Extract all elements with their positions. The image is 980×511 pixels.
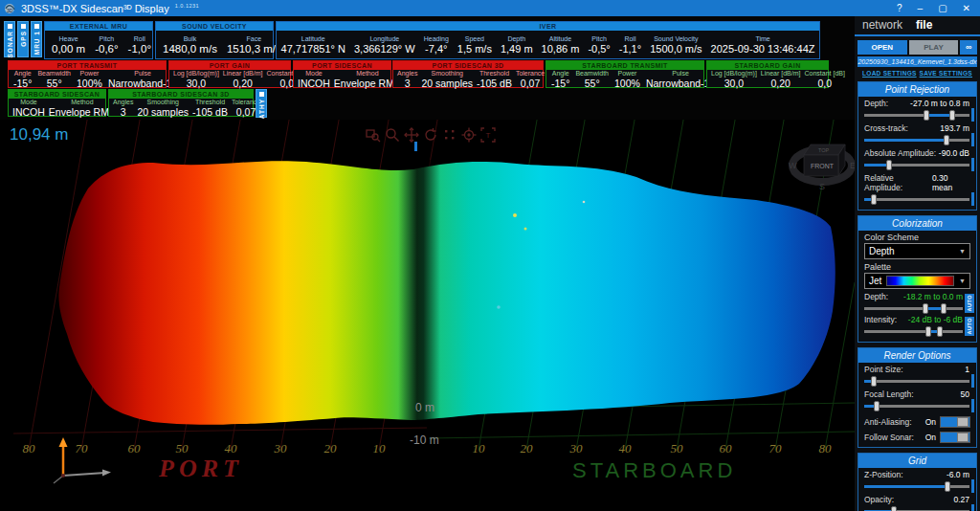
title-bar: 3D 3DSS™-DX Sidescan³ᴰ Display 1.0.1231 … — [0, 0, 980, 16]
point-size-slider[interactable] — [864, 375, 969, 388]
panel-title: STARBOARD GAIN — [707, 61, 828, 70]
row-link-mark[interactable] — [971, 399, 974, 412]
nav-cube-top-label[interactable]: TOP — [818, 147, 830, 153]
close-button[interactable]: ✕ — [963, 3, 970, 13]
field-value: 3 — [405, 78, 411, 89]
field-value: 30,0 — [187, 78, 206, 89]
nav-cube[interactable]: W S E TOP FRONT — [788, 133, 857, 194]
pan-icon[interactable] — [404, 127, 419, 143]
row-link-mark[interactable] — [971, 504, 974, 511]
anti-aliasing-toggle[interactable] — [940, 416, 970, 428]
field-value: -7,4° — [425, 43, 447, 55]
panel-title: EXTERNAL MRU — [45, 22, 152, 31]
field-value: -1,1° — [619, 43, 641, 55]
sonar-3d-viewport[interactable]: 10,94 m T W S E TOP FRONT 0 m -10 m — [0, 120, 855, 511]
color-scheme-dropdown[interactable]: Depth ▼ — [864, 243, 970, 259]
row-link-mark[interactable] — [971, 479, 974, 493]
opacity-slider[interactable] — [864, 505, 969, 511]
absolute-amplitude-slider[interactable] — [864, 159, 969, 171]
panel-title: STARBOARD SIDESCAN — [9, 90, 105, 99]
depth-reject-slider[interactable] — [864, 109, 969, 122]
row-value: 193.7 m — [940, 123, 969, 133]
row-value: 0.30 mean — [932, 173, 969, 192]
section-title: Point Rejection — [858, 82, 976, 97]
palette-gradient-preview — [886, 276, 954, 286]
row-link-mark[interactable] — [971, 158, 974, 171]
panel-title: SOUND VELOCITY — [156, 22, 273, 31]
relative-amplitude-slider[interactable] — [864, 193, 969, 206]
nav-cube-south-label[interactable]: S — [819, 182, 825, 191]
starboard-transmit-panel: STARBOARD TRANSMIT Angle-15° Beamwidth55… — [546, 60, 704, 88]
field-value: Narrowband-15 — [108, 78, 177, 89]
color-scheme-value: Depth — [869, 246, 895, 256]
tab-network[interactable]: network — [862, 18, 902, 32]
field-value: 1500,0 m/s — [650, 43, 702, 55]
crosstrack-slider[interactable] — [864, 134, 969, 146]
center-target-icon[interactable] — [461, 127, 477, 143]
minimize-button[interactable]: – — [918, 3, 924, 13]
zoom-icon[interactable] — [385, 127, 400, 143]
field-label: Mode — [20, 99, 37, 105]
source-tab-bar: network file — [855, 16, 980, 36]
z-position-slider[interactable] — [864, 480, 969, 493]
color-intensity-slider[interactable] — [864, 325, 963, 338]
field: ModeINCOH — [11, 99, 47, 118]
intensity-auto-button[interactable]: AUTO — [965, 317, 974, 336]
maximize-button[interactable]: ▢ — [938, 3, 947, 13]
field-label: Pitch — [100, 35, 115, 42]
field-label: Latitude — [301, 35, 325, 42]
bathy-tab[interactable]: BATHY — [256, 89, 267, 118]
color-depth-slider[interactable] — [864, 302, 963, 315]
row-link-mark[interactable] — [971, 108, 974, 122]
snap-points-icon[interactable] — [442, 127, 457, 143]
field-value: 1,5 m/s — [457, 43, 492, 55]
field: Beamwidth55° — [572, 70, 612, 89]
load-settings-link[interactable]: LOAD SETTINGS — [862, 70, 917, 77]
field-value: 100% — [614, 78, 640, 89]
sonar-tab[interactable]: SONAR — [4, 21, 15, 57]
save-settings-link[interactable]: SAVE SETTINGS — [920, 70, 972, 77]
field-value: -105 dB — [192, 106, 228, 118]
fit-frame-icon[interactable]: T — [480, 127, 496, 143]
gps-tab[interactable]: GPS — [17, 21, 29, 57]
depth-auto-button[interactable]: AUTO — [965, 294, 974, 313]
follow-sonar-toggle[interactable] — [940, 432, 970, 443]
loop-button[interactable]: ∞ — [960, 40, 977, 55]
row-value: 1 — [965, 365, 969, 374]
field-label: Angle — [552, 70, 569, 77]
mru-tab[interactable]: MRU 1 — [31, 21, 42, 57]
gps-status-led — [21, 24, 26, 29]
z-position-row: Z-Position:-6.0 m — [864, 470, 976, 493]
external-mru-panel: EXTERNAL MRU Heave0,00 m Pitch-0,6° Roll… — [44, 21, 153, 59]
field-label: Speed — [465, 35, 484, 42]
app-logo-icon: 3D — [4, 3, 16, 14]
field-label: Heave — [58, 35, 78, 42]
nav-cube-west-label[interactable]: W — [789, 161, 797, 170]
open-button[interactable]: OPEN — [858, 40, 907, 55]
color-intensity-row: Intensity:-24 dB to -6 dB AUTO — [858, 315, 974, 338]
palette-dropdown[interactable]: Jet ▼ — [864, 273, 970, 289]
field-label: Sound Velocity — [654, 35, 698, 42]
rotate-icon[interactable] — [423, 127, 438, 143]
play-button[interactable]: PLAY — [909, 40, 959, 55]
tab-file[interactable]: file — [916, 18, 932, 32]
sonar-tab-label: SONAR — [7, 31, 13, 57]
row-link-mark[interactable] — [971, 133, 974, 146]
field: Time2025-09-30 13:46:44Z — [708, 35, 818, 55]
field-value: -1,0° — [128, 43, 151, 55]
stbd-tick-80: 80 — [819, 441, 832, 456]
field-value: 0,20 — [770, 78, 790, 89]
nav-cube-front-label[interactable]: FRONT — [811, 163, 835, 169]
region-zoom-icon[interactable] — [366, 127, 381, 143]
field: Angles3 — [395, 70, 419, 89]
chevron-down-icon: ▼ — [959, 248, 966, 255]
field: Heading-7,4° — [421, 35, 452, 55]
field-value: 30,0 — [724, 78, 744, 89]
row-link-mark[interactable] — [971, 192, 974, 206]
help-button[interactable]: ? — [897, 3, 902, 13]
field-label: Time — [755, 35, 769, 42]
row-link-mark[interactable] — [971, 374, 974, 388]
row-label: Point Size: — [864, 365, 903, 374]
focal-length-slider[interactable] — [864, 400, 969, 412]
stbd-tick-70: 70 — [769, 441, 782, 456]
